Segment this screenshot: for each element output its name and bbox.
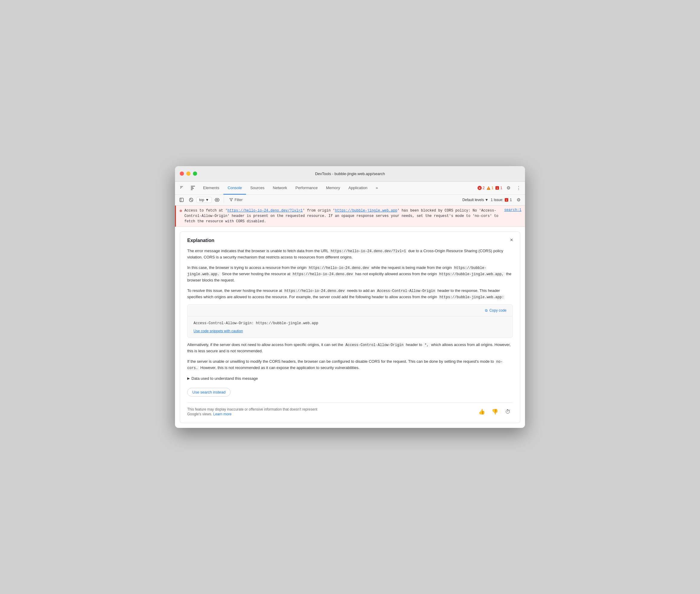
svg-rect-1 [180, 187, 181, 188]
svg-rect-7 [191, 187, 193, 188]
devtools-window: DevTools - bubble-jingle.web.app/search … [175, 166, 525, 428]
explanation-footer: This feature may display inaccurate or o… [187, 402, 513, 417]
error-row: ⊗ Access to fetch at 'https://hello-io-2… [175, 205, 525, 227]
toolbar-divider [224, 197, 224, 203]
close-button[interactable] [180, 171, 184, 176]
code-block-container: ⧉ Copy code Access-Control-Allow-Origin:… [187, 304, 513, 338]
explanation-panel: Explanation × The error message indicate… [180, 232, 520, 423]
svg-text:✕: ✕ [479, 187, 481, 190]
svg-text:!: ! [488, 187, 489, 190]
info-count-badge[interactable]: i 1 [495, 186, 502, 190]
minimize-button[interactable] [186, 171, 190, 176]
sidebar-toggle-icon[interactable] [177, 196, 186, 204]
footer-feedback-actions: 👍 👎 ⏱ [477, 407, 513, 417]
svg-rect-6 [191, 186, 195, 187]
toolbar-right: Default levels ▼ 1 Issue: i 1 ⚙ [462, 196, 523, 204]
svg-point-20 [216, 199, 218, 201]
explanation-title: Explanation [187, 238, 513, 243]
svg-rect-4 [182, 186, 183, 187]
window-title: DevTools - bubble-jingle.web.app/search [315, 171, 385, 176]
explanation-para1: The error message indicates that the bro… [187, 248, 513, 261]
default-levels-dropdown[interactable]: Default levels ▼ [462, 198, 488, 202]
more-options-icon[interactable]: ⋮ [514, 184, 523, 192]
warning-count-badge[interactable]: ! 1 [487, 186, 494, 190]
context-selector[interactable]: top ▼ [197, 197, 212, 203]
tab-sources[interactable]: Sources [246, 182, 269, 195]
titlebar: DevTools - bubble-jingle.web.app/search [175, 166, 525, 182]
use-code-caution-link[interactable]: Use code snippets with caution [187, 329, 513, 337]
svg-rect-2 [181, 186, 182, 187]
clear-console-icon[interactable] [187, 196, 195, 204]
report-button[interactable]: ⏱ [503, 407, 513, 417]
devtools-tabs-bar: Elements Console Sources Network Perform… [175, 182, 525, 195]
svg-rect-9 [191, 190, 193, 190]
tab-elements[interactable]: Elements [199, 182, 223, 195]
tab-more[interactable]: » [372, 182, 382, 195]
svg-rect-3 [181, 187, 182, 188]
eye-icon[interactable] [213, 196, 221, 204]
issue-count-display[interactable]: 1 Issue: i 1 [491, 198, 512, 202]
filter-area[interactable]: Filter [226, 197, 246, 203]
footer-disclaimer-text: This feature may display inaccurate or o… [187, 407, 322, 417]
svg-rect-0 [180, 186, 181, 187]
svg-text:i: i [506, 199, 507, 202]
cursor-icon[interactable] [177, 183, 187, 193]
maximize-button[interactable] [193, 171, 197, 176]
data-used-section: ▶ Data used to understand this message [187, 376, 513, 381]
inspect-icon[interactable] [188, 183, 198, 193]
chevron-down-icon: ▼ [206, 198, 209, 202]
console-content: ⊗ Access to fetch at 'https://hello-io-2… [175, 205, 525, 428]
svg-line-19 [190, 199, 192, 201]
error-message-text: Access to fetch at 'https://hello-io-24.… [184, 208, 502, 224]
svg-text:i: i [497, 187, 498, 190]
error-url1-link[interactable]: https://hello-io-24.deno.dev/?lvl=1 [227, 208, 303, 213]
explanation-close-button[interactable]: × [508, 237, 515, 244]
copy-code-button[interactable]: ⧉ Copy code [483, 307, 509, 314]
svg-rect-16 [180, 198, 183, 202]
error-circle-icon: ⊗ [179, 208, 182, 213]
tab-network[interactable]: Network [269, 182, 291, 195]
code-block-header: ⧉ Copy code [187, 305, 513, 317]
error-url2-link[interactable]: https://bubble-jingle.web.app [335, 208, 397, 213]
tab-performance[interactable]: Performance [291, 182, 322, 195]
tab-console[interactable]: Console [223, 182, 246, 195]
console-settings-icon[interactable]: ⚙ [514, 196, 523, 204]
svg-rect-8 [191, 188, 194, 189]
chevron-down-icon-levels: ▼ [485, 198, 488, 202]
explanation-para2: In this case, the browser is trying to a… [187, 265, 513, 284]
use-search-button[interactable]: Use search instead [187, 388, 231, 396]
settings-icon[interactable]: ⚙ [504, 184, 513, 192]
thumbs-down-button[interactable]: 👎 [490, 407, 500, 417]
copy-icon: ⧉ [485, 308, 488, 312]
error-source-link[interactable]: search:1 [504, 208, 521, 212]
expand-arrow-icon: ▶ [187, 376, 189, 381]
explanation-para4: Alternatively, if the server does not ne… [187, 342, 513, 354]
explanation-para3: To resolve this issue, the server hostin… [187, 288, 513, 300]
learn-more-link[interactable]: Learn more [213, 412, 232, 416]
code-snippet: Access-Control-Allow-Origin: https://bub… [187, 317, 513, 329]
error-count-badge[interactable]: ✕ 2 [478, 186, 485, 190]
console-toolbar: top ▼ Filter Default levels ▼ 1 Issue: i… [175, 195, 525, 205]
tab-application[interactable]: Application [344, 182, 372, 195]
window-controls [180, 171, 197, 176]
tab-memory[interactable]: Memory [322, 182, 344, 195]
data-used-toggle[interactable]: ▶ Data used to understand this message [187, 376, 513, 381]
tab-right-controls: ✕ 2 ! 1 i 1 ⚙ ⋮ [478, 184, 523, 192]
explanation-para5: If the server is unable or unwilling to … [187, 359, 513, 371]
svg-rect-5 [180, 188, 181, 189]
thumbs-up-button[interactable]: 👍 [477, 407, 487, 417]
